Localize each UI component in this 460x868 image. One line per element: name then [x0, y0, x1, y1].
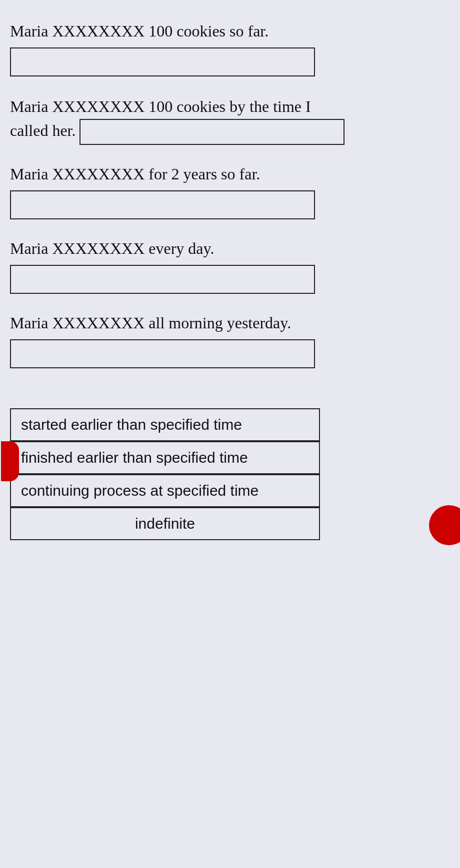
question-5-input[interactable]: [10, 339, 315, 368]
question-3-block: Maria XXXXXXXX for 2 years so far.: [10, 163, 450, 219]
question-4-block: Maria XXXXXXXX every day.: [10, 237, 450, 294]
page-container: Maria XXXXXXXX 100 cookies so far. Maria…: [0, 0, 460, 560]
question-1-input[interactable]: [10, 47, 315, 76]
question-1-text: Maria XXXXXXXX 100 cookies so far.: [10, 20, 450, 42]
question-2-input[interactable]: [80, 119, 344, 145]
question-2-block: Maria XXXXXXXX 100 cookies by the time I…: [10, 94, 450, 145]
option-started-earlier[interactable]: started earlier than specified time: [10, 408, 320, 441]
question-5-block: Maria XXXXXXXX all morning yesterday.: [10, 312, 450, 368]
question-4-input[interactable]: [10, 265, 315, 294]
option-indefinite[interactable]: indefinite: [10, 507, 320, 540]
question-4-text: Maria XXXXXXXX every day.: [10, 237, 450, 260]
question-2-line2: called her.: [10, 121, 76, 139]
question-1-block: Maria XXXXXXXX 100 cookies so far.: [10, 20, 450, 76]
options-wrapper: started earlier than specified time fini…: [10, 408, 450, 540]
question-3-text: Maria XXXXXXXX for 2 years so far.: [10, 163, 450, 185]
option-2-container: finished earlier than specified time: [10, 441, 450, 474]
red-circle-left-decoration: [1, 441, 19, 481]
question-3-input[interactable]: [10, 190, 315, 219]
question-5-text: Maria XXXXXXXX all morning yesterday.: [10, 312, 450, 334]
question-2-text: Maria XXXXXXXX 100 cookies by the time I…: [10, 94, 450, 145]
option-finished-earlier[interactable]: finished earlier than specified time: [10, 441, 320, 474]
options-section: started earlier than specified time fini…: [10, 408, 450, 540]
option-continuing-process[interactable]: continuing process at specified time: [10, 474, 320, 507]
question-2-line1: Maria XXXXXXXX 100 cookies by the time I: [10, 97, 311, 115]
